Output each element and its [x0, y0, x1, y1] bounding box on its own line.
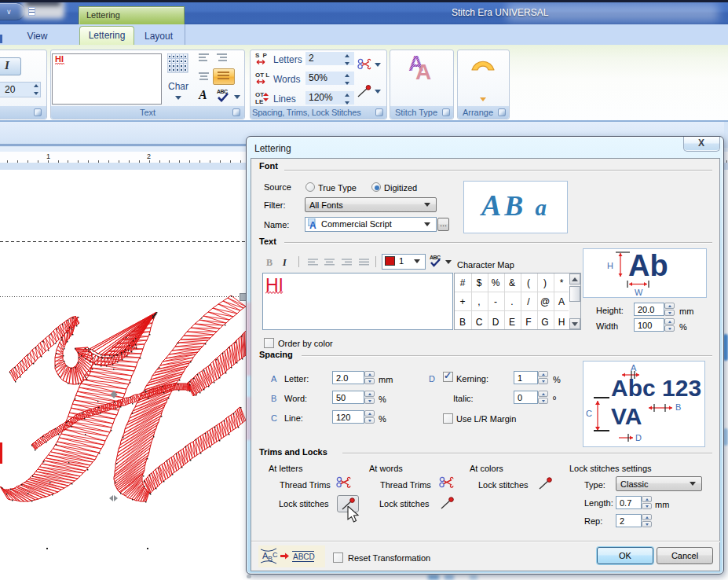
svg-text:E: E: [509, 317, 515, 328]
svg-text:&: &: [509, 277, 515, 288]
svg-text:+: +: [459, 296, 465, 307]
svg-text:,: ,: [477, 296, 480, 307]
svg-text:%: %: [492, 277, 500, 288]
svg-text:(: (: [527, 277, 530, 288]
svg-text:A: A: [558, 296, 565, 307]
svg-text:$: $: [477, 277, 482, 288]
svg-text:D: D: [492, 317, 499, 328]
svg-text:.: .: [510, 296, 513, 307]
svg-text:A: A: [309, 220, 316, 229]
svg-text:/: /: [527, 296, 530, 307]
svg-text:ABCD: ABCD: [293, 552, 315, 561]
svg-text:C: C: [476, 317, 483, 328]
svg-text:-: -: [494, 296, 497, 307]
svg-text:): ): [543, 277, 547, 288]
svg-text:*: *: [560, 277, 564, 288]
svg-text:@: @: [540, 296, 550, 307]
svg-text:G: G: [541, 317, 548, 328]
svg-text:H: H: [558, 317, 565, 328]
svg-text:B: B: [459, 317, 466, 328]
svg-text:F: F: [525, 317, 531, 328]
svg-text:C: C: [273, 551, 278, 559]
svg-text:#: #: [460, 277, 466, 288]
